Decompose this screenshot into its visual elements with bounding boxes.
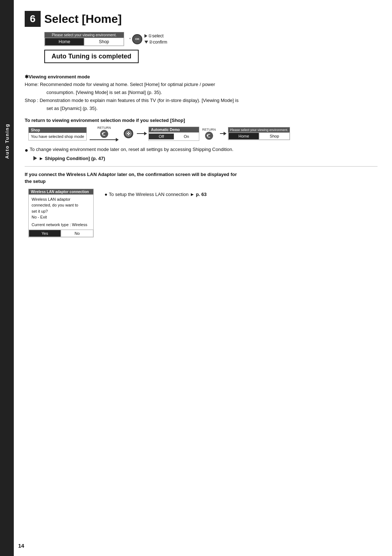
controls-labels: ①select ②confirm (144, 33, 167, 45)
return-arrow-1: RETURN (90, 126, 119, 142)
ui-screen-options: Home Shop (45, 38, 124, 46)
auto-demo-header: Automatic Demo (149, 127, 199, 132)
step-number: 6 (25, 11, 41, 27)
asterisk-mark: * (129, 37, 131, 41)
shop-mode-box: Shop You have selected shop mode (28, 127, 87, 140)
auto-demo-off: Off (149, 134, 174, 139)
wireless-lan-box: Wireless LAN adaptor connection Wireless… (28, 189, 94, 238)
return-icon-2 (205, 132, 213, 140)
wireless-opt-yes: Yes (29, 230, 61, 237)
ui-option-shop: Shop (84, 38, 124, 46)
shop-desc-2: set as [Dynamic] (p. 35). (46, 105, 377, 112)
wireless-note-suffix: p. 63 (196, 192, 207, 197)
please-select-header: Please select your viewing environment. (228, 127, 290, 132)
wireless-diagram: Wireless LAN adaptor connection Wireless… (28, 189, 377, 238)
svg-marker-5 (129, 132, 130, 135)
wireless-note-text: To setup the Wireless LAN connection ► p… (109, 192, 207, 197)
wireless-line-3: No - Exit (32, 214, 90, 220)
return-section: To return to viewing environment selecti… (25, 118, 377, 142)
page-number: 14 (18, 543, 24, 549)
ui-screen-box: Please select your viewing environment. … (44, 32, 124, 46)
wireless-note: ● To setup the Wireless LAN connection ►… (105, 192, 207, 197)
ui-controls-area: * OK ①select ②confirm (129, 33, 167, 45)
shop-box-header: Shop (29, 127, 86, 133)
home-desc-1: Home: Recommended mode for viewing at ho… (25, 81, 377, 88)
arrow-down-icon (144, 41, 148, 44)
shop-desc-1: Shop : Demonstration mode to explain mai… (25, 97, 377, 104)
bullet-dot: ● (25, 147, 28, 154)
wireless-note-arrow: ► (190, 192, 195, 197)
divider (25, 166, 377, 167)
viewing-mode-section: ✱Viewing environment mode Home: Recommen… (25, 74, 377, 113)
svg-marker-4 (127, 132, 128, 135)
main-content: 6 Select [Home] Please select your viewi… (14, 0, 392, 556)
wireless-note-prefix: To setup the Wireless LAN connection (109, 192, 190, 197)
ui-option-home: Home (45, 38, 84, 46)
bullet-note: ● To change viewing environment mode lat… (25, 147, 377, 154)
wireless-box-body: Wireless LAN adaptor connected, do you w… (29, 195, 93, 230)
ui-screen-header: Please select your viewing environment. (45, 32, 124, 38)
wireless-box-options: Yes No (29, 229, 93, 237)
return-label-2: RETURN (202, 128, 216, 131)
step-header: 6 Select [Home] (25, 11, 377, 27)
wireless-title-1: If you connect the Wireless LAN Adaptor … (25, 172, 237, 177)
auto-tuning-box: Auto Tuning is completed (44, 50, 139, 63)
confirm-control: ②confirm (144, 40, 167, 45)
wireless-title-2: the setup (25, 179, 46, 184)
sidebar: Auto Tuning (0, 0, 14, 556)
viewing-mode-title: ✱Viewing environment mode (25, 74, 377, 79)
return-icon-1 (100, 130, 108, 138)
step-title: Select [Home] (44, 12, 122, 26)
wireless-section: If you connect the Wireless LAN Adaptor … (25, 171, 377, 238)
viewing-mode-body: Home: Recommended mode for viewing at ho… (25, 81, 377, 113)
select-control: ①select (144, 33, 167, 38)
auto-tuning-text: Auto Tuning is completed (52, 53, 131, 60)
wireless-opt-no: No (61, 230, 93, 237)
shop-diagram: Shop You have selected shop mode RETURN (28, 126, 377, 142)
sidebar-label: Auto Tuning (4, 123, 10, 159)
please-select-box: Please select your viewing environment. … (228, 127, 290, 140)
wireless-section-title: If you connect the Wireless LAN Adaptor … (25, 171, 377, 185)
shipping-label-text: Shipping Condition] (p. 47) (45, 156, 105, 161)
auto-demo-on: On (174, 134, 199, 139)
auto-demo-box: Automatic Demo Off On (148, 127, 199, 141)
select-label: ①select (148, 33, 163, 38)
confirm-label: ②confirm (149, 40, 167, 45)
wireless-line-5: Current network type : Wireless (32, 222, 90, 228)
return-section-title: To return to viewing environment selecti… (25, 118, 377, 123)
return-arrow-2: RETURN (202, 128, 216, 140)
please-select-options: Home Shop (228, 132, 290, 140)
arrow-right-icon (144, 34, 147, 38)
auto-demo-options: Off On (149, 132, 199, 140)
shipping-arrow-icon (33, 156, 37, 160)
shipping-link: ► Shipping Condition] (p. 47) (33, 156, 377, 161)
wireless-bullet: ● (105, 192, 107, 197)
wireless-line-2: set it up? (32, 208, 90, 214)
shop-box-body: You have selected shop mode (29, 133, 86, 140)
wireless-box-header: Wireless LAN adaptor connection (29, 189, 93, 195)
bullet-note-text: To change viewing environment mode later… (30, 147, 234, 152)
arrow-to-select (220, 132, 226, 135)
please-select-shop: Shop (259, 132, 290, 140)
long-arrow-1 (90, 138, 119, 142)
shipping-condition-label: ► Shipping Condition] (p. 47) (39, 156, 105, 161)
wireless-line-1: Wireless LAN adaptor connected, do you w… (32, 196, 90, 208)
return-label-1: RETURN (97, 126, 111, 130)
please-select-home: Home (228, 132, 259, 140)
home-desc-2: consumption. [Viewing Mode] is set as [N… (46, 89, 377, 96)
ui-illustration: Please select your viewing environment. … (44, 32, 377, 46)
nav-circle (124, 129, 133, 138)
nav-circle-wrapper (124, 129, 133, 138)
ok-button[interactable]: OK (132, 34, 142, 44)
arrow-to-demo (137, 132, 147, 135)
